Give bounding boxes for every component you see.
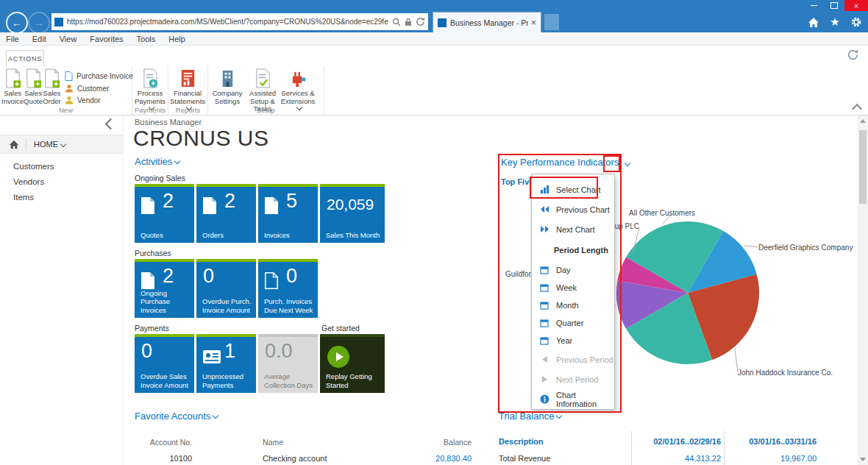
column-description[interactable]: Description xyxy=(499,437,630,446)
home-menu[interactable]: HOME xyxy=(0,135,123,154)
tab-favicon xyxy=(438,18,447,27)
menu-tools[interactable]: Tools xyxy=(137,35,156,43)
column-period-2[interactable]: 03/01/16..03/31/16 xyxy=(722,437,818,446)
purchase-invoice-button[interactable]: Purchase Invoice xyxy=(65,71,133,81)
sales-order-button[interactable]: Sales Order xyxy=(43,68,61,105)
tile-unprocessed-payments[interactable]: 1 Unprocessed Payments xyxy=(196,334,256,393)
column-account-no[interactable]: Account No. xyxy=(135,438,192,447)
button-label: Financial Statements xyxy=(170,89,205,105)
address-bar[interactable]: https://mod760023.projectmadeira.com/MS/… xyxy=(51,13,428,30)
document-outline-icon xyxy=(264,271,279,290)
kpi-dropdown-button[interactable] xyxy=(623,158,633,168)
menu-item-previous-chart[interactable]: Previous Chart xyxy=(532,199,614,219)
menu-item-week[interactable]: Week xyxy=(532,279,614,297)
tile-purch-invoices-due-next-week[interactable]: 0 Purch. Invoices Due Next Week xyxy=(258,259,318,318)
table-row[interactable]: Total Revenue 44,313.22 19,967.00 xyxy=(499,450,819,465)
collapse-sidebar-icon[interactable] xyxy=(105,118,117,130)
scroll-down-arrow[interactable] xyxy=(860,458,866,461)
menu-item-chart-information[interactable]: Chart Information xyxy=(532,389,614,409)
menu-item-select-chart[interactable]: Select Chart xyxy=(532,180,614,199)
back-button[interactable]: ← xyxy=(6,12,28,34)
previous-chart-icon xyxy=(539,205,549,213)
assisted-setup-icon xyxy=(254,68,272,88)
info-icon xyxy=(539,394,549,404)
scroll-up-arrow[interactable] xyxy=(860,119,866,123)
company-settings-button[interactable]: Company Settings xyxy=(210,68,245,105)
cell-account-no[interactable]: 10100 xyxy=(135,454,192,463)
refresh-icon[interactable] xyxy=(416,17,425,26)
menu-item-day[interactable]: Day xyxy=(532,261,614,279)
menu-item-quarter[interactable]: Quarter xyxy=(532,314,614,332)
button-label: Sales Quote xyxy=(24,90,43,105)
menu-item-next-chart[interactable]: Next Chart xyxy=(532,219,614,239)
menu-item-previous-period[interactable]: Previous Period xyxy=(532,349,614,369)
tile-orders[interactable]: 2 Orders xyxy=(196,184,256,243)
close-button[interactable]: × xyxy=(844,0,868,11)
tile-invoices[interactable]: 5 Invoices xyxy=(258,184,318,243)
cell-period-1-value[interactable]: 44,313.22 xyxy=(630,454,722,463)
column-name[interactable]: Name xyxy=(263,438,405,447)
menu-view[interactable]: View xyxy=(60,35,77,43)
sales-invoice-button[interactable]: Sales Invoice xyxy=(1,68,24,105)
customer-button[interactable]: Customer xyxy=(65,84,133,93)
browser-tab[interactable]: Business Manager - Project ... × xyxy=(433,12,541,32)
slice-label-deerfield-graphics: Deerfield Graphics Company xyxy=(758,244,853,252)
column-period-1[interactable]: 02/01/16..02/29/16 xyxy=(630,437,722,446)
sidebar-item-customers[interactable]: Customers xyxy=(13,162,54,171)
table-row[interactable]: 10100 Checking account 20,830.40 xyxy=(135,450,472,465)
menu-item-next-period[interactable]: Next Period xyxy=(532,369,614,389)
kpi-heading[interactable]: Key Performance Indicators xyxy=(501,157,633,168)
report-icon xyxy=(179,68,197,88)
column-balance[interactable]: Balance xyxy=(405,438,472,447)
menu-favorites[interactable]: Favorites xyxy=(90,35,123,43)
maximize-button[interactable] xyxy=(824,0,844,11)
tile-label: Average Collection Days xyxy=(264,372,316,389)
slice-label-john-haddock: John Haddock Insurance Co. xyxy=(738,369,833,377)
home-icon[interactable] xyxy=(806,15,821,29)
settings-gear-icon[interactable] xyxy=(849,15,864,29)
sales-quote-button[interactable]: Sales Quote xyxy=(24,68,43,105)
button-label: Company Settings xyxy=(210,90,245,105)
menu-item-year[interactable]: Year xyxy=(532,332,614,349)
tile-value: 5 xyxy=(286,190,297,213)
vendor-button[interactable]: Vendor xyxy=(65,96,133,104)
cell-balance[interactable]: 20,830.40 xyxy=(405,454,472,463)
tab-actions[interactable]: ACTIONS xyxy=(6,50,44,66)
menu-item-month[interactable]: Month xyxy=(532,297,614,314)
window-controls: × xyxy=(803,0,868,11)
tile-overdue-sales-invoice-amount[interactable]: 0 Overdue Sales Invoice Amount xyxy=(135,334,194,393)
tab-close-icon[interactable]: × xyxy=(531,18,536,28)
favorites-star-icon[interactable]: ★ xyxy=(828,15,842,29)
search-icon[interactable] xyxy=(392,18,401,26)
menu-edit[interactable]: Edit xyxy=(32,35,46,43)
browser-window: × ← → https://mod760023.projectmadeira.c… xyxy=(0,0,868,465)
sidebar-item-vendors[interactable]: Vendors xyxy=(13,177,44,186)
tile-average-collection-days[interactable]: 0.0 Average Collection Days xyxy=(258,334,318,393)
tile-overdue-purch-invoice-amount[interactable]: 0 Overdue Purch. Invoice Amount xyxy=(196,259,256,318)
tile-quotes[interactable]: 2 Quotes xyxy=(135,184,194,243)
button-label: Purchase Invoice xyxy=(77,72,133,80)
forward-button[interactable]: → xyxy=(28,12,50,34)
tile-label: Ongoing Purchase Invoices xyxy=(140,289,192,314)
cell-name[interactable]: Checking account xyxy=(263,454,405,463)
button-label: Vendor xyxy=(77,96,101,104)
sidebar-item-items[interactable]: Items xyxy=(13,193,34,202)
page-title: CRONUS US xyxy=(133,126,269,151)
cell-period-2-value[interactable]: 19,967.00 xyxy=(722,454,818,463)
cell-description[interactable]: Total Revenue xyxy=(499,454,630,463)
menu-file[interactable]: File xyxy=(6,35,19,43)
tile-sales-this-month[interactable]: 20,059 Sales This Month xyxy=(320,184,385,243)
activities-heading[interactable]: Activities xyxy=(135,156,179,167)
favorite-accounts-heading[interactable]: Favorite Accounts xyxy=(135,411,218,422)
new-tab-button[interactable] xyxy=(544,14,559,30)
url-text[interactable]: https://mod760023.projectmadeira.com/MS/… xyxy=(67,18,388,26)
chevron-down-icon xyxy=(213,413,218,419)
kpi-context-menu: Select Chart Previous Chart Next Chart P… xyxy=(531,174,615,410)
menu-help[interactable]: Help xyxy=(168,35,185,43)
minimize-button[interactable] xyxy=(803,0,824,11)
refresh-page-icon[interactable] xyxy=(847,49,859,64)
tile-replay-getting-started[interactable]: Replay Getting Started xyxy=(320,334,385,393)
calendar-icon xyxy=(539,266,549,274)
tile-ongoing-purchase-invoices[interactable]: 2 Ongoing Purchase Invoices xyxy=(135,259,194,318)
trial-balance-heading[interactable]: Trial Balance xyxy=(499,411,561,422)
